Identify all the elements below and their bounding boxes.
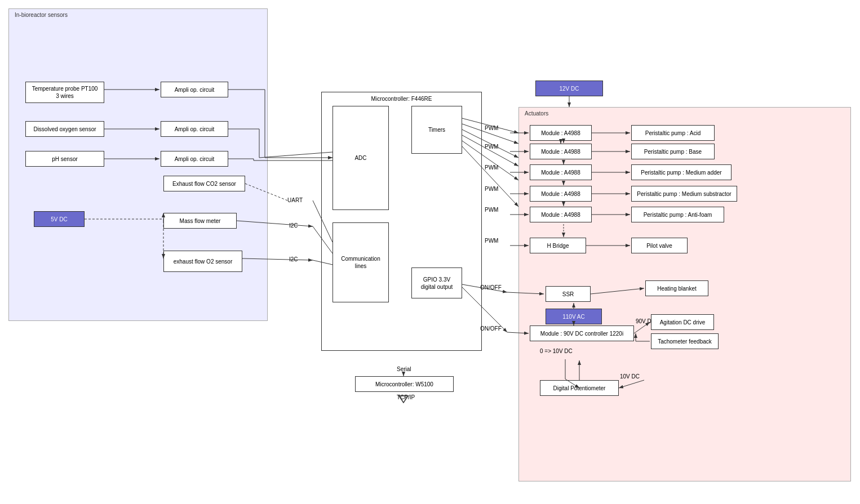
svg-line-26 — [462, 135, 518, 166]
svg-line-50 — [634, 322, 650, 333]
svg-line-45 — [507, 292, 544, 294]
svg-line-43 — [462, 284, 507, 292]
svg-line-27 — [462, 141, 518, 180]
svg-line-28 — [462, 146, 518, 207]
svg-line-14 — [245, 184, 287, 200]
svg-line-58 — [619, 380, 644, 388]
svg-line-23 — [462, 118, 518, 133]
svg-marker-60 — [399, 396, 408, 403]
svg-line-20 — [313, 200, 333, 242]
diagram-container: In-bioreactor sensors Actuators Temperat… — [0, 0, 860, 504]
connections-svg — [0, 0, 860, 504]
svg-line-47 — [591, 288, 644, 294]
svg-line-19 — [242, 258, 313, 260]
svg-line-21 — [313, 226, 333, 253]
svg-line-55 — [565, 379, 579, 388]
svg-line-18 — [237, 221, 313, 226]
svg-line-46 — [507, 332, 529, 333]
svg-line-22 — [313, 260, 333, 265]
svg-line-44 — [462, 287, 507, 332]
svg-line-12 — [259, 152, 333, 158]
